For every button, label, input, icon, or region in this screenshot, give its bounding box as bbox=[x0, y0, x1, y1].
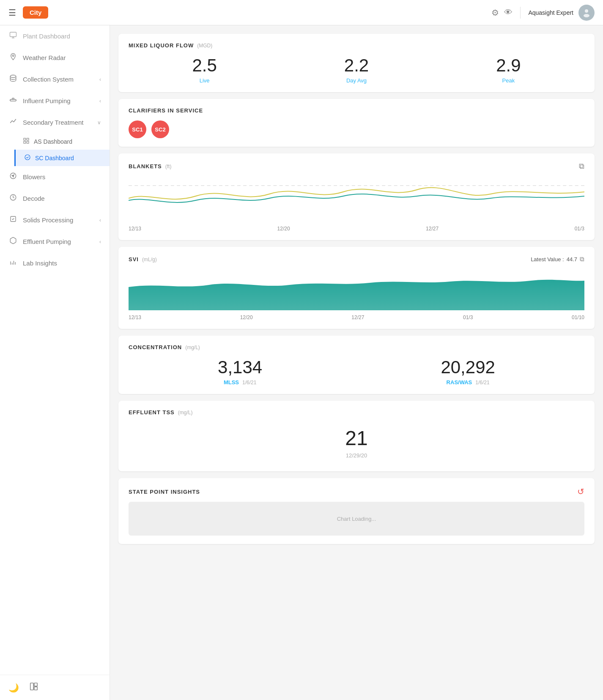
svi-date-2: 12/20 bbox=[240, 314, 253, 320]
main-content: MIXED LIQUOR FLOW (MGD) 2.5 Live 2.2 Day… bbox=[110, 25, 603, 700]
svg-rect-24 bbox=[34, 687, 37, 690]
box-icon bbox=[8, 237, 18, 246]
peak-label: Peak bbox=[496, 77, 521, 84]
dark-mode-icon[interactable]: 🌙 bbox=[8, 683, 19, 693]
sidebar-item-solids-processing[interactable]: Solids Processing ‹ bbox=[0, 209, 110, 231]
svi-expand-icon[interactable]: ⧉ bbox=[580, 255, 584, 263]
effluent-tss-header: EFFLUENT TSS (mg/L) bbox=[129, 409, 584, 416]
refresh-icon[interactable]: ↺ bbox=[577, 487, 584, 497]
sc-icon bbox=[24, 154, 31, 162]
svi-date-5: 01/10 bbox=[572, 314, 584, 320]
blankets-chart bbox=[129, 171, 584, 221]
user-name-label: Aquasight Expert bbox=[528, 9, 573, 16]
svg-rect-23 bbox=[34, 683, 37, 686]
monitor-icon bbox=[8, 31, 18, 41]
blankets-title-group: BLANKETS (ft) bbox=[129, 163, 171, 170]
svi-latest-container: Latest Value : 44.7 ⧉ bbox=[531, 255, 584, 263]
blankets-header: BLANKETS (ft) ⧉ bbox=[129, 162, 584, 171]
day-avg-value: 2.2 bbox=[344, 55, 369, 76]
avatar[interactable] bbox=[578, 5, 595, 21]
navbar-left: ☰ City bbox=[8, 6, 48, 19]
mixed-liquor-title: MIXED LIQUOR FLOW bbox=[129, 42, 194, 49]
chevron-icon: ‹ bbox=[99, 77, 101, 82]
concentration-unit: (mg/L) bbox=[185, 345, 200, 350]
grid-icon bbox=[23, 137, 30, 145]
mlss-label-row: MLSS 1/6/21 bbox=[218, 379, 262, 386]
sidebar-item-sc-dashboard[interactable]: SC Dashboard bbox=[14, 150, 110, 166]
sidebar-item-as-dashboard[interactable]: AS Dashboard bbox=[23, 133, 110, 150]
svg-rect-10 bbox=[27, 138, 29, 140]
effluent-tss-value: 21 bbox=[129, 427, 584, 450]
effluent-tss-date: 12/29/20 bbox=[129, 452, 584, 459]
chevron-icon: ‹ bbox=[99, 217, 101, 223]
blowers-icon bbox=[8, 172, 18, 182]
city-button[interactable]: City bbox=[23, 6, 48, 19]
mlss-metric: 3,134 MLSS 1/6/21 bbox=[218, 357, 262, 386]
clarifiers-row: SC1 SC2 bbox=[129, 120, 584, 138]
hamburger-menu[interactable]: ☰ bbox=[8, 8, 16, 18]
weather-icon bbox=[8, 53, 18, 63]
sidebar-item-decode[interactable]: Decode bbox=[0, 188, 110, 209]
pump-icon bbox=[8, 96, 18, 106]
sidebar: Plant Dashboard Weather Radar Collection… bbox=[0, 25, 110, 700]
chevron-icon: ‹ bbox=[99, 239, 101, 245]
bar-chart-icon bbox=[8, 258, 18, 268]
svg-point-6 bbox=[10, 75, 16, 78]
clarifiers-card: CLARIFIERS IN SERVICE SC1 SC2 bbox=[118, 99, 595, 147]
sidebar-item-effluent-pumping[interactable]: Effluent Pumping ‹ bbox=[0, 231, 110, 252]
sidebar-item-influent-pumping[interactable]: Influent Pumping ‹ bbox=[0, 90, 110, 112]
sidebar-label: Secondary Treatment bbox=[23, 119, 92, 126]
svi-unit: (mL/g) bbox=[142, 257, 157, 262]
secondary-treatment-sub: AS Dashboard SC Dashboard bbox=[0, 133, 110, 166]
layout-toggle-icon[interactable] bbox=[29, 682, 38, 693]
blankets-expand-icon[interactable]: ⧉ bbox=[579, 162, 584, 171]
settings-icon[interactable]: ⚙ bbox=[491, 8, 499, 18]
mixed-liquor-metrics: 2.5 Live 2.2 Day Avg 2.9 Peak bbox=[129, 55, 584, 84]
peak-value: 2.9 bbox=[496, 55, 521, 76]
sidebar-item-secondary-treatment[interactable]: Secondary Treatment ∨ bbox=[0, 112, 110, 133]
clarifiers-header: CLARIFIERS IN SERVICE bbox=[129, 107, 584, 114]
sc-dashboard-label: SC Dashboard bbox=[35, 155, 74, 161]
sidebar-item-collection-system[interactable]: Collection System ‹ bbox=[0, 68, 110, 90]
svi-title: SVI bbox=[129, 256, 139, 262]
state-point-chart-placeholder: Chart Loading... bbox=[129, 502, 584, 536]
sidebar-bottom: 🌙 bbox=[0, 675, 110, 700]
svi-latest-label: Latest Value : bbox=[531, 256, 564, 262]
sidebar-label: Collection System bbox=[23, 76, 94, 83]
state-point-title: STATE POINT INSIGHTS bbox=[129, 489, 200, 495]
main-layout: Plant Dashboard Weather Radar Collection… bbox=[0, 25, 603, 700]
sidebar-label: Decode bbox=[23, 195, 101, 202]
svg-point-5 bbox=[12, 55, 14, 57]
svg-rect-11 bbox=[24, 141, 26, 143]
sidebar-label: Plant Dashboard bbox=[23, 33, 101, 40]
effluent-tss-center: 21 12/29/20 bbox=[129, 422, 584, 463]
clock-icon bbox=[8, 194, 18, 203]
svg-point-13 bbox=[25, 155, 30, 160]
clarifier-sc2[interactable]: SC2 bbox=[151, 120, 169, 138]
svi-date-3: 12/27 bbox=[351, 314, 364, 320]
mixed-liquor-card: MIXED LIQUOR FLOW (MGD) 2.5 Live 2.2 Day… bbox=[118, 34, 595, 92]
sidebar-item-blowers[interactable]: Blowers bbox=[0, 166, 110, 188]
sidebar-item-lab-insights[interactable]: Lab Insights bbox=[0, 252, 110, 274]
blankets-date-2: 12/20 bbox=[277, 226, 290, 232]
trend-icon bbox=[8, 118, 18, 127]
sidebar-label: Blowers bbox=[23, 173, 101, 180]
mlss-label: MLSS bbox=[224, 379, 239, 386]
help-icon[interactable]: 👁 bbox=[504, 8, 513, 17]
clarifier-sc1[interactable]: SC1 bbox=[129, 120, 146, 138]
sidebar-label: Lab Insights bbox=[23, 260, 101, 267]
state-point-card: STATE POINT INSIGHTS ↺ Chart Loading... bbox=[118, 478, 595, 544]
effluent-tss-unit: (mg/L) bbox=[178, 410, 193, 416]
navbar: ☰ City ⚙ 👁 Aquasight Expert bbox=[0, 0, 603, 25]
concentration-header: CONCENTRATION (mg/L) bbox=[129, 344, 584, 350]
blankets-title: BLANKETS bbox=[129, 163, 162, 170]
sidebar-item-weather-radar[interactable]: Weather Radar bbox=[0, 47, 110, 68]
svi-dates: 12/13 12/20 12/27 01/3 01/10 bbox=[129, 314, 584, 320]
blankets-unit: (ft) bbox=[165, 164, 172, 170]
concentration-row: 3,134 MLSS 1/6/21 20,292 RAS/WAS 1/6/21 bbox=[129, 357, 584, 386]
svg-rect-12 bbox=[27, 141, 29, 143]
chevron-icon: ‹ bbox=[99, 98, 101, 104]
sidebar-label: Influent Pumping bbox=[23, 97, 94, 104]
svi-chart bbox=[129, 268, 584, 310]
collection-icon bbox=[8, 74, 18, 84]
